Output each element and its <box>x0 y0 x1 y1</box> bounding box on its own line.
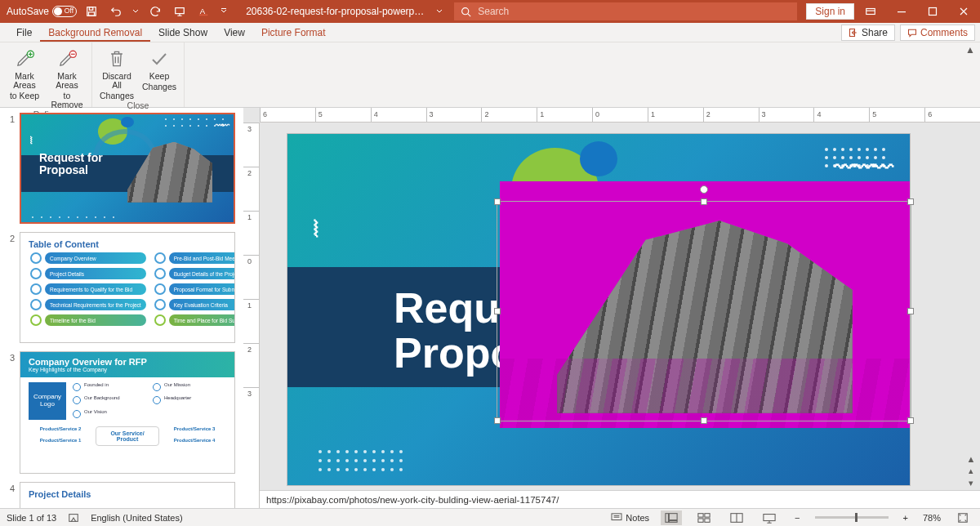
discard-l2: Changes <box>100 91 134 100</box>
keep-changes-button[interactable]: Keep Changes <box>140 44 179 100</box>
autosave-track[interactable]: Off <box>52 6 77 17</box>
undo-icon[interactable] <box>106 2 126 21</box>
slide-edit-area: 6543210123456 3210123 ⦚ 〰〰〰 Request for … <box>243 108 980 508</box>
toc-item: Company Overview <box>45 252 146 264</box>
notes-toggle[interactable]: Notes <box>611 513 649 523</box>
autosave-toggle[interactable]: AutoSave Off <box>7 6 77 17</box>
notes-icon <box>611 513 622 523</box>
slideshow-start-icon[interactable] <box>170 2 189 21</box>
tab-picture-format[interactable]: Picture Format <box>253 24 334 42</box>
resize-handle[interactable] <box>494 417 501 424</box>
svg-rect-16 <box>666 513 669 522</box>
thumb-number: 3 <box>5 351 15 474</box>
canvas-viewport[interactable]: ⦚ 〰〰〰 Request for Proposal <box>260 123 980 490</box>
save-icon[interactable] <box>82 2 101 21</box>
tab-file[interactable]: File <box>8 24 40 42</box>
selection-frame[interactable] <box>497 201 911 421</box>
share-button[interactable]: Share <box>841 25 895 41</box>
svg-rect-24 <box>764 514 775 520</box>
zoom-percent[interactable]: 78% <box>923 513 941 523</box>
font-color-icon[interactable]: A <box>194 2 214 21</box>
qat-more-icon[interactable] <box>219 2 229 21</box>
view-normal-icon[interactable] <box>661 510 682 525</box>
close-icon[interactable] <box>949 0 978 23</box>
toc-item: Proposal Format for Submission <box>169 283 235 295</box>
slide-nav-arrows: ▲ ▴ ▾ <box>964 454 978 488</box>
share-label: Share <box>862 27 888 38</box>
zoom-slider-knob[interactable] <box>855 513 858 522</box>
resize-handle[interactable] <box>907 417 914 424</box>
svg-rect-1 <box>89 7 92 11</box>
vertical-ruler[interactable]: 3210123 <box>243 123 260 508</box>
resize-handle[interactable] <box>701 198 707 205</box>
discard-all-changes-button[interactable]: Discard All Changes <box>97 44 136 100</box>
redo-icon[interactable] <box>145 2 165 21</box>
slide-thumbnails-panel[interactable]: 1 ⦚ 〰〰 Request forProposal 2 Table of Co <box>0 108 243 508</box>
scroll-up-icon[interactable]: ▲ <box>967 454 976 464</box>
autosave-label: AutoSave <box>7 6 49 17</box>
thumb-number: 4 <box>5 482 15 508</box>
check-icon <box>148 47 171 70</box>
ribbon-display-icon[interactable] <box>856 0 885 23</box>
thumb-number: 1 <box>5 113 15 224</box>
view-slideshow-icon[interactable] <box>759 510 780 525</box>
thumb1-title-l2: Proposal <box>39 163 88 176</box>
slide-canvas[interactable]: ⦚ 〰〰〰 Request for Proposal <box>287 134 910 485</box>
slide-thumbnail-3[interactable]: Company Overview for RFP Key Highlights … <box>20 351 235 474</box>
qat: AutoSave Off A <box>0 2 229 21</box>
thumb-row: 4 Project Details <box>5 482 235 508</box>
sign-in-button[interactable]: Sign in <box>806 3 854 20</box>
minimize-icon[interactable] <box>887 0 916 23</box>
comments-button[interactable]: Comments <box>900 25 975 41</box>
view-reading-icon[interactable] <box>726 510 747 525</box>
slide-counter[interactable]: Slide 1 of 13 <box>7 513 56 523</box>
trash-icon <box>105 47 128 70</box>
pencil-plus-icon <box>13 47 36 70</box>
search-box[interactable] <box>454 2 797 20</box>
svg-rect-22 <box>705 518 710 521</box>
rotate-handle-icon[interactable] <box>700 185 708 194</box>
tab-background-removal[interactable]: Background Removal <box>40 24 150 42</box>
horizontal-ruler[interactable]: 6543210123456 <box>260 108 980 123</box>
ribbon-collapse-icon[interactable]: ▲ <box>965 44 975 56</box>
resize-handle[interactable] <box>494 308 501 314</box>
next-slide-icon[interactable]: ▾ <box>969 478 973 488</box>
zoom-slider[interactable] <box>815 516 889 519</box>
prev-slide-icon[interactable]: ▴ <box>969 466 973 476</box>
language-label[interactable]: English (United States) <box>91 513 183 523</box>
mark-areas-remove-button[interactable]: Mark Areas to Remove <box>47 44 87 109</box>
ribbon-group-close: Discard All Changes Keep Changes Close <box>92 42 185 107</box>
co-fact: Headquarter <box>164 395 191 400</box>
slide-thumbnail-2[interactable]: Table of Content Company Overview Projec… <box>20 232 235 343</box>
tab-view[interactable]: View <box>216 24 253 42</box>
title-dropdown-icon[interactable] <box>434 2 445 21</box>
slide-thumbnail-1[interactable]: ⦚ 〰〰 Request forProposal <box>20 113 235 224</box>
resize-handle[interactable] <box>701 417 707 424</box>
thumb3-sub: Key Highlights of the Company <box>29 367 226 372</box>
fit-window-icon[interactable] <box>952 510 973 525</box>
notes-bar[interactable]: https://pixabay.com/photos/new-york-city… <box>260 490 980 508</box>
notes-label: Notes <box>626 513 649 523</box>
svg-rect-6 <box>221 8 226 9</box>
mark-remove-l2: to Remove <box>47 91 87 109</box>
resize-handle[interactable] <box>907 308 914 314</box>
thumb1-title-l1: Request for <box>39 151 103 164</box>
mark-remove-l1: Mark Areas <box>47 72 87 90</box>
toc-item: Pre-Bid and Post-Bid Meeting <box>169 252 235 264</box>
zoom-in-icon[interactable]: + <box>900 513 911 523</box>
accessibility-icon[interactable] <box>68 512 79 524</box>
mark-areas-keep-button[interactable]: Mark Areas to Keep <box>5 44 44 109</box>
maximize-icon[interactable] <box>918 0 947 23</box>
zoom-out-icon[interactable]: − <box>791 513 803 523</box>
tab-slide-show[interactable]: Slide Show <box>150 24 216 42</box>
slide-thumbnail-4[interactable]: Project Details <box>20 482 235 508</box>
resize-handle[interactable] <box>494 198 501 205</box>
thumb4-title: Project Details <box>20 483 234 502</box>
thumb-row: 3 Company Overview for RFP Key Highlight… <box>5 351 235 474</box>
svg-rect-10 <box>929 8 936 16</box>
resize-handle[interactable] <box>907 198 914 205</box>
autosave-knob <box>54 7 62 16</box>
view-sorter-icon[interactable] <box>693 510 715 525</box>
search-input[interactable] <box>478 6 791 17</box>
undo-more-icon[interactable] <box>131 2 140 21</box>
